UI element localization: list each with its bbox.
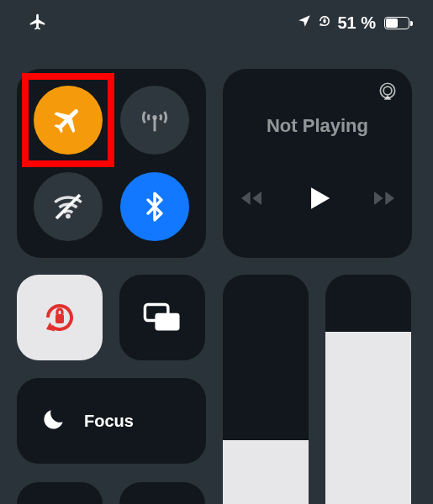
cellular-data-toggle[interactable] xyxy=(120,86,189,155)
previous-track-button[interactable] xyxy=(238,185,265,215)
bluetooth-toggle[interactable] xyxy=(120,172,189,241)
focus-label: Focus xyxy=(84,412,134,431)
volume-slider[interactable] xyxy=(325,275,411,504)
battery-percentage: 51 % xyxy=(337,13,376,33)
airplay-icon[interactable] xyxy=(377,81,399,106)
control-center-grid: Not Playing xyxy=(17,69,416,504)
airplane-mode-toggle[interactable] xyxy=(34,86,103,155)
airplane-mode-status-icon xyxy=(29,13,47,34)
extra-tile-2[interactable] xyxy=(119,482,205,504)
svg-rect-7 xyxy=(55,314,64,323)
brightness-slider[interactable] xyxy=(223,275,309,504)
bluetooth-icon xyxy=(139,191,171,223)
battery-icon xyxy=(384,17,409,29)
svg-rect-2 xyxy=(154,118,156,131)
next-track-button[interactable] xyxy=(371,185,398,215)
media-title: Not Playing xyxy=(223,115,412,137)
orientation-lock-button[interactable] xyxy=(17,275,103,360)
focus-button[interactable]: Focus xyxy=(17,378,206,464)
moon-icon xyxy=(40,406,67,436)
location-icon xyxy=(297,13,312,33)
status-bar: 51 % xyxy=(0,0,433,46)
antenna-icon xyxy=(138,103,172,137)
media-module[interactable]: Not Playing xyxy=(223,69,412,258)
extra-tile-1[interactable] xyxy=(17,482,103,504)
svg-point-3 xyxy=(66,214,71,219)
orientation-lock-icon xyxy=(40,297,80,338)
svg-rect-0 xyxy=(324,20,326,24)
play-button[interactable] xyxy=(302,182,334,218)
wifi-toggle[interactable] xyxy=(34,172,103,241)
screen-mirroring-button[interactable] xyxy=(119,275,205,360)
screen-mirroring-icon xyxy=(142,301,182,334)
orientation-lock-status-icon xyxy=(317,13,332,33)
connectivity-module[interactable] xyxy=(17,69,206,258)
wifi-off-icon xyxy=(50,189,86,224)
svg-rect-9 xyxy=(155,313,179,331)
highlight-box xyxy=(22,73,114,167)
svg-point-6 xyxy=(383,87,392,95)
